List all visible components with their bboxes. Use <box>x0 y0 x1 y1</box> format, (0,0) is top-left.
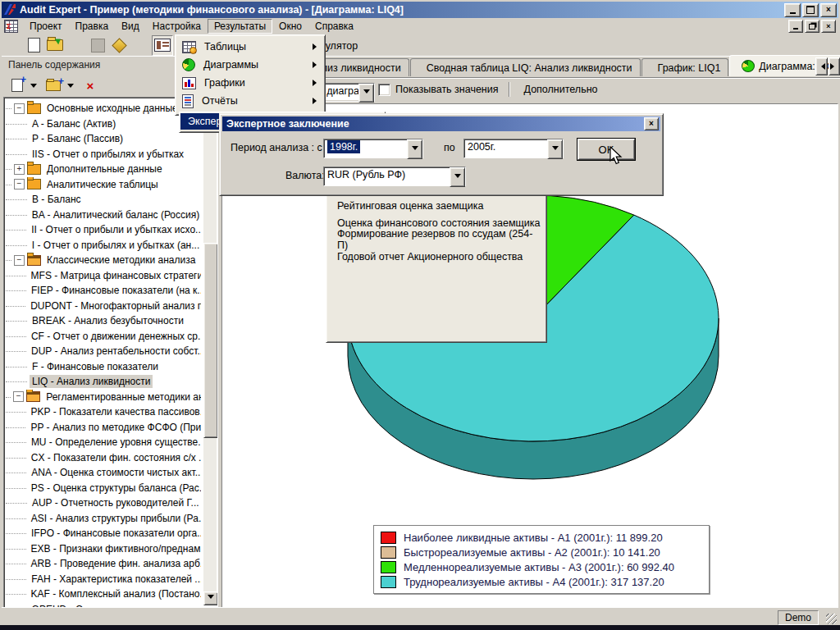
close-button[interactable]: × <box>820 3 837 17</box>
tree-item[interactable]: PP - Анализ по методике ФСФО (При... <box>6 420 201 436</box>
results-menu-item[interactable]: Диаграммы <box>176 56 325 74</box>
tree-item[interactable]: ARB - Проведение фин. анализа арб... <box>6 556 201 572</box>
menu-item[interactable]: Правка <box>69 19 116 34</box>
new-folder-button[interactable] <box>42 76 65 94</box>
new-folder-dropdown[interactable] <box>65 76 75 94</box>
menu-item[interactable]: Проект <box>23 19 69 34</box>
menu-item[interactable]: Окно <box>272 19 308 34</box>
tab-scroll-right[interactable] <box>829 57 840 75</box>
currency-dropdown-button[interactable] <box>450 167 465 187</box>
tree-item[interactable]: − Аналитические таблицы <box>6 177 201 193</box>
delete-button[interactable]: × <box>80 76 100 94</box>
results-menu-item[interactable]: Графики <box>176 74 325 92</box>
period-from-dropdown-button[interactable] <box>407 139 422 159</box>
tree-expand-toggle[interactable]: + <box>14 164 25 175</box>
submenu-item[interactable]: Формирование резервов по ссудам (254-П) <box>326 231 546 249</box>
tree-item[interactable]: CF - Отчет о движении денежных ср... <box>6 329 201 345</box>
tree-item[interactable]: FIEP - Финансовые показатели (на к... <box>6 283 201 299</box>
period-to-dropdown-button[interactable] <box>547 139 563 159</box>
mdi-close-button[interactable]: × <box>821 20 836 33</box>
tab-scroll-left[interactable] <box>815 57 828 75</box>
results-menu-item[interactable]: Таблицы <box>176 38 325 56</box>
submenu-item[interactable]: Годовой отчет Акционерного общества <box>326 249 546 266</box>
tree-item[interactable]: AUP - Отчетность руководителей Г... <box>6 495 201 511</box>
tree-item[interactable]: B - Баланс <box>6 192 201 208</box>
menu-item[interactable]: Настройка <box>146 19 208 34</box>
new-item-icon <box>11 79 23 92</box>
toolbar-button[interactable] <box>66 36 87 55</box>
scrollbar-thumb[interactable] <box>203 243 218 438</box>
tree-expand-toggle[interactable]: − <box>13 391 24 402</box>
tree-item[interactable]: A - Баланс (Актив) <box>6 116 201 132</box>
currency-combobox[interactable]: RUR (Рубль РФ) <box>323 167 466 186</box>
tree-item[interactable]: BREAK - Анализ безубыточности <box>6 313 201 329</box>
tree-item[interactable]: − Основные исходные данные <box>6 101 201 116</box>
tree-item[interactable]: F - Финансовые показатели <box>6 359 201 375</box>
tree-item[interactable]: DUP - Анализ рентабельности собст... <box>6 344 201 359</box>
tree-item[interactable]: EXB - Признаки фиктивного/преднам... <box>6 541 201 557</box>
mdi-restore-button[interactable] <box>805 20 819 33</box>
legend-item: Медленнореализуемые активы - А3 (2001г.)… <box>381 559 702 574</box>
tree-item[interactable]: IIS - Отчет о прибылях и убытках <box>6 147 201 162</box>
ok-button[interactable]: OK <box>577 138 636 161</box>
toolbar-button[interactable] <box>44 36 66 55</box>
new-item-dropdown[interactable] <box>28 76 39 94</box>
tree-item[interactable]: CX - Показатели фин. состояния с/х ... <box>6 450 201 466</box>
chart-type-dropdown-button[interactable] <box>358 84 374 103</box>
resize-grip[interactable] <box>826 614 837 624</box>
toolbar-button[interactable] <box>87 36 108 55</box>
tree-item[interactable]: ASI - Анализ структуры прибыли (Ра... <box>6 511 201 527</box>
tree-item[interactable]: MU - Определение уровня существе... <box>6 435 201 450</box>
tree-item-label: Основные исходные данные <box>44 102 180 115</box>
tree-item-label: BREAK - Анализ безубыточности <box>30 314 186 327</box>
toolbar-button-face <box>109 36 129 55</box>
minimize-button[interactable] <box>784 3 801 17</box>
tree-item[interactable]: IFPO - Финансовые показатели орга... <box>6 526 201 541</box>
tree-item-label: Дополнительные данные <box>44 162 165 176</box>
tree-item[interactable]: LIQ - Анализ ликвидности <box>6 374 201 390</box>
dialog-close-button[interactable]: × <box>644 117 659 130</box>
tree-item[interactable]: ANA - Оценка стоимости чистых акт... <box>6 465 201 481</box>
tree-item[interactable]: BA - Аналитический баланс (Россия) <box>6 208 201 223</box>
document-tab[interactable]: График: LIQ1 <box>641 58 729 76</box>
tree-expand-toggle[interactable]: − <box>14 103 25 114</box>
tree-item[interactable]: − Регламентированные методики ана... <box>6 390 201 405</box>
toolbar-button[interactable] <box>130 36 151 55</box>
tree-item[interactable]: DUPONT - Многофакторный анализ п... <box>6 299 201 314</box>
document-tab[interactable]: Сводная таблица LIQ: Анализ ликвидности <box>410 58 641 76</box>
tree-item-label: CF - Отчет о движении денежных ср... <box>29 330 201 343</box>
more-button[interactable]: Дополнительно <box>519 82 603 97</box>
toolbar-button[interactable] <box>2 36 23 55</box>
tree-item[interactable]: FAH - Характеристика показателей ... <box>6 572 201 587</box>
dialog-titlebar: Экспертное заключение × <box>222 116 660 131</box>
tree-item[interactable]: KAF - Комплексный анализ (Постано... <box>6 587 201 602</box>
dropdown-arrow-icon <box>30 84 37 91</box>
mdi-minimize-button[interactable] <box>788 20 803 33</box>
show-values-checkbox[interactable] <box>378 84 390 96</box>
menu-item[interactable]: Вид <box>115 19 146 34</box>
toolbar-button[interactable] <box>23 36 44 55</box>
tree-item[interactable]: − Классические методики анализа <box>6 253 201 268</box>
tree-item[interactable]: MFS - Матрица финансовых стратегий <box>6 268 201 284</box>
results-menu-item[interactable]: Отчёты <box>176 92 325 110</box>
tree-item[interactable]: I - Отчет о прибылях и убытках (ан... <box>6 238 201 253</box>
tree-item[interactable]: II - Отчет о прибыли и убытках исхо... <box>6 222 201 238</box>
toolbar-button[interactable] <box>151 35 174 56</box>
new-item-button[interactable] <box>7 76 28 94</box>
tree-expand-toggle[interactable]: − <box>14 179 25 189</box>
maximize-button[interactable] <box>802 3 819 17</box>
tree-expand-toggle[interactable]: − <box>14 255 25 266</box>
tree-item[interactable]: + Дополнительные данные <box>6 162 201 177</box>
tree-item[interactable]: PS - Оценка структуры баланса (Рас... <box>6 481 201 496</box>
scroll-down-button[interactable] <box>203 591 218 605</box>
tree-scrollbar[interactable] <box>203 98 217 605</box>
period-from-combobox[interactable]: 1998г. <box>323 139 423 158</box>
tree-item[interactable]: PKP - Показатели качества пассивов... <box>6 404 201 420</box>
tree-item[interactable]: P - Баланс (Пассив) <box>6 131 201 147</box>
period-to-combobox[interactable]: 2005г. <box>463 139 564 158</box>
tree-connector <box>6 138 27 139</box>
menu-item[interactable]: Результаты <box>208 19 272 34</box>
menu-item[interactable]: Справка <box>308 19 360 34</box>
submenu-item[interactable]: Рейтинговая оценка заемщика <box>326 198 546 215</box>
toolbar-button[interactable] <box>108 36 130 55</box>
